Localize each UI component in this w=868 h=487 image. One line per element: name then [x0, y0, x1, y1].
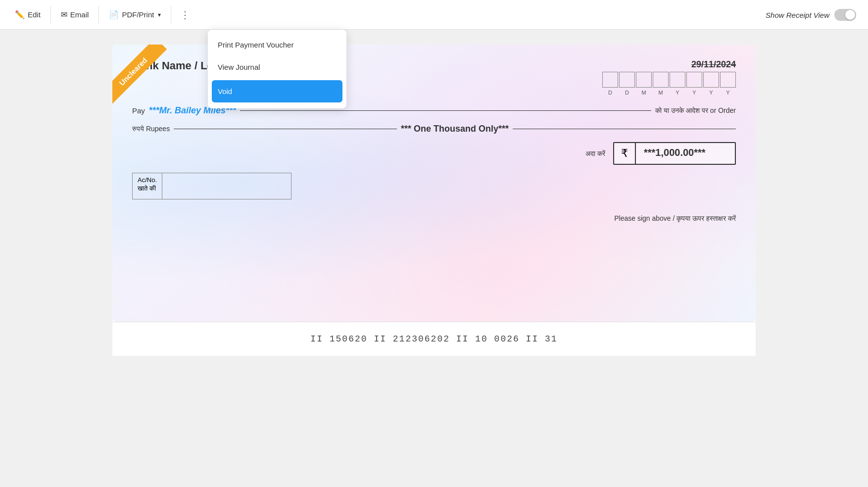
ac-khate-label: खाते की [138, 185, 157, 193]
date-label-y4: Y [720, 90, 736, 96]
email-button[interactable]: ✉ Email [54, 6, 96, 23]
date-label-y3: Y [703, 90, 719, 96]
rupees-line: रुपये Rupees *** One Thousand Only*** [132, 124, 736, 134]
dropdown-menu: Print Payment Voucher View Journal Void [208, 30, 346, 108]
divider-1 [50, 6, 51, 24]
date-label-m2: M [653, 90, 669, 96]
account-label-cell: Ac/No. खाते की [133, 173, 162, 199]
uncleared-ribbon: Uncleared [112, 45, 167, 105]
receipt-toggle-section: Show Receipt View [766, 0, 856, 30]
dropdown-item-print-payment-voucher[interactable]: Print Payment Voucher [208, 34, 346, 56]
date-labels: D D M M Y Y Y Y [602, 90, 736, 96]
sign-text: Please sign above / कृपया ऊपर हस्ताक्षर … [614, 214, 736, 222]
edit-icon: ✏️ [15, 10, 25, 19]
divider-2 [98, 6, 99, 24]
amount-text: *** One Thousand Only*** [401, 124, 509, 134]
date-box-y4 [720, 72, 736, 88]
ac-no-label: Ac/No. [138, 176, 157, 184]
account-box: Ac/No. खाते की [132, 173, 291, 199]
pdf-icon: 📄 [109, 10, 119, 19]
date-box-y2 [686, 72, 702, 88]
date-box-d1 [602, 72, 618, 88]
sign-section: Please sign above / कृपया ऊपर हस्ताक्षर … [132, 214, 736, 223]
ada-kare-label: अदा करें [585, 149, 605, 158]
amount-box: ₹ ***1,000.00*** [613, 142, 736, 165]
account-input-cell [162, 173, 291, 199]
email-label: Email [70, 10, 89, 19]
pay-underline [240, 110, 651, 111]
date-box-m2 [653, 72, 669, 88]
date-section: 29/11/2024 D [602, 59, 736, 96]
divider-3 [171, 6, 171, 24]
rupees-underline-left [174, 129, 397, 129]
rupees-underline-right [513, 129, 736, 129]
date-box-d2 [619, 72, 635, 88]
date-label-d1: D [602, 90, 618, 96]
edit-label: Edit [28, 10, 41, 19]
toolbar: ✏️ Edit ✉ Email 📄 PDF/Print ▾ ⋮ Show Rec… [0, 0, 868, 30]
order-text: को या उनके आदेश पर or Order [655, 106, 736, 115]
receipt-toggle-switch[interactable] [834, 9, 856, 21]
dropdown-item-view-journal[interactable]: View Journal [208, 56, 346, 78]
rupees-label: रुपये Rupees [132, 125, 170, 133]
date-label-y1: Y [670, 90, 685, 96]
date-label-m1: M [636, 90, 652, 96]
date-value: 29/11/2024 [602, 59, 736, 70]
chevron-down-icon: ▾ [158, 11, 161, 18]
micr-section: II 150620 II 212306202 II 10 0026 II 31 [112, 322, 756, 356]
receipt-toggle-label: Show Receipt View [766, 11, 829, 19]
amount-section: अदा करें ₹ ***1,000.00*** [132, 142, 736, 165]
more-icon: ⋮ [180, 9, 190, 20]
date-box-y1 [670, 72, 685, 88]
date-label-d2: D [619, 90, 635, 96]
rupees-section: रुपये Rupees *** One Thousand Only*** [132, 124, 736, 134]
pdf-print-button[interactable]: 📄 PDF/Print ▾ [102, 6, 168, 23]
pdf-print-label: PDF/Print [122, 10, 154, 19]
rupee-symbol: ₹ [614, 143, 636, 164]
account-section: Ac/No. खाते की [132, 173, 736, 199]
main-content: Uncleared Bank Name / Logo 29/11/2024 [0, 30, 868, 487]
dropdown-item-void[interactable]: Void [212, 80, 342, 102]
more-button[interactable]: ⋮ [174, 5, 196, 25]
date-boxes [602, 72, 736, 88]
date-box-m1 [636, 72, 652, 88]
email-icon: ✉ [61, 10, 67, 19]
date-box-y3 [703, 72, 719, 88]
micr-text: II 150620 II 212306202 II 10 0026 II 31 [310, 334, 557, 344]
date-label-y2: Y [686, 90, 702, 96]
ribbon-wrapper: Uncleared [112, 45, 192, 124]
amount-value: ***1,000.00*** [636, 143, 735, 164]
edit-button[interactable]: ✏️ Edit [8, 6, 48, 23]
